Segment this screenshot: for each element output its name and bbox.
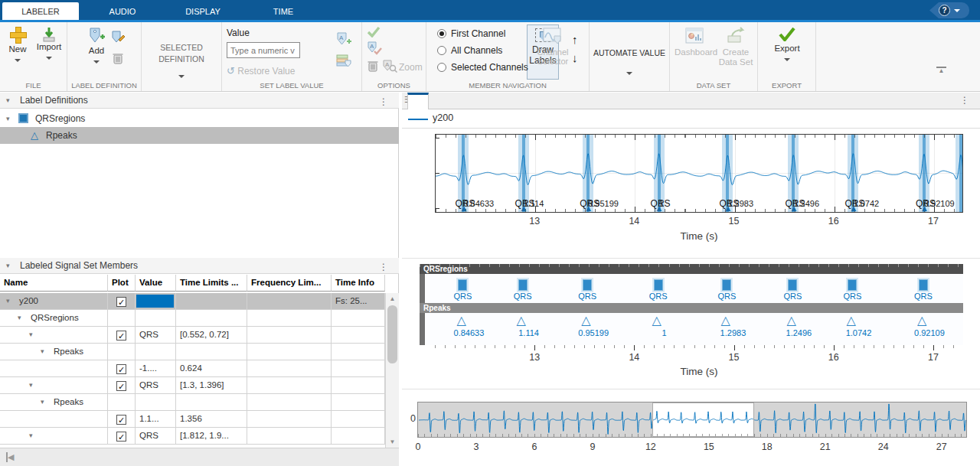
value-input[interactable] xyxy=(227,42,300,58)
plot-checkbox[interactable]: ✓ xyxy=(116,297,126,307)
members-menu-icon[interactable]: ⋮ xyxy=(379,259,388,275)
plot-checkbox[interactable]: ✓ xyxy=(116,432,126,442)
rpeak-point-icon[interactable]: △ xyxy=(652,313,662,328)
label-definitions-menu-icon[interactable]: ⋮ xyxy=(379,94,388,110)
row-expand-icon[interactable]: ▾ xyxy=(18,310,21,326)
add-definition-button[interactable]: Add xyxy=(81,27,112,66)
add-point-label-button[interactable]: A xyxy=(335,31,352,49)
row-expand-icon[interactable]: ▾ xyxy=(41,344,44,360)
row-expand-icon[interactable]: ▾ xyxy=(6,293,10,309)
rpeak-point-icon[interactable]: △ xyxy=(917,313,926,328)
radio-first-channel[interactable]: First Channel xyxy=(437,28,505,39)
tree-item-rpeaks[interactable]: △ Rpeaks xyxy=(0,127,399,144)
plot-checkbox[interactable]: ✓ xyxy=(116,364,126,374)
plot-checkbox[interactable]: ✓ xyxy=(116,415,126,425)
row-expand-icon[interactable]: ▾ xyxy=(41,394,44,410)
ribbon-tab-strip: LABELER AUDIO DISPLAY TIME ? xyxy=(0,0,980,22)
automate-value-dropdown[interactable]: AUTOMATE VALUE xyxy=(590,22,670,91)
table-row[interactable]: ▾Rpeaks xyxy=(0,344,385,360)
label-zoom-button[interactable]: A xyxy=(382,59,397,76)
scroll-up-icon[interactable]: ▲ xyxy=(386,295,399,302)
table-row[interactable]: ▾✓QRS[1.812, 1.9... xyxy=(0,428,385,445)
rpeak-point-icon[interactable]: △ xyxy=(456,313,466,328)
export-button[interactable]: Export xyxy=(769,26,805,64)
table-row[interactable]: ✓-1....0.624 xyxy=(0,360,385,377)
label-layers-button[interactable] xyxy=(335,53,352,70)
delete-labels-button[interactable] xyxy=(367,59,379,75)
label-check-button[interactable]: A xyxy=(367,41,382,57)
table-column-header[interactable]: Time Info xyxy=(332,275,385,292)
plot-checkbox[interactable]: ✓ xyxy=(116,381,126,391)
panorama-plot[interactable] xyxy=(417,402,967,438)
create-data-set-button[interactable]: CreateData Set xyxy=(717,27,754,67)
members-scrollbar[interactable]: ▲ ▼ xyxy=(385,293,399,448)
selected-definition-dropdown[interactable]: SELECTED DEFINITION xyxy=(142,22,222,91)
document-tab[interactable] xyxy=(407,93,429,109)
qrs-region-marker[interactable] xyxy=(654,279,663,291)
previous-member-button[interactable]: ↑ xyxy=(572,33,578,46)
radio-selected-channels[interactable]: Selected Channels xyxy=(437,62,528,73)
qrsregions-expand-icon[interactable]: ▾ xyxy=(6,110,10,127)
radio-all-channels[interactable]: All Channels xyxy=(437,45,502,56)
table-row[interactable]: ▾✓QRS[1.3, 1.396] xyxy=(0,377,385,394)
row-expand-icon[interactable]: ▾ xyxy=(29,428,33,444)
plot-pane-menu-icon[interactable]: ⋮ xyxy=(960,95,969,106)
table-column-header[interactable]: Name xyxy=(0,275,108,292)
channel-selector-button[interactable]: ChannelSelector xyxy=(534,27,572,66)
table-column-header[interactable]: Time Limits ... xyxy=(176,275,247,292)
rpeaks-track[interactable]: △0.84633△1.114△0.95199△1△1.2983△1.2496△1… xyxy=(425,313,963,345)
panorama-window[interactable] xyxy=(652,402,754,437)
row-expand-icon[interactable]: ▾ xyxy=(29,377,33,393)
restore-value-button[interactable]: ↺ Restore Value xyxy=(227,65,295,77)
table-column-header[interactable]: Value xyxy=(136,275,176,292)
table-row[interactable]: ✓1.1...1.356 xyxy=(0,411,385,428)
export-check-icon xyxy=(778,26,796,41)
table-row[interactable]: ▾✓QRS[0.552, 0.72] xyxy=(0,327,385,344)
accept-button[interactable] xyxy=(367,26,381,40)
rpeak-point-icon[interactable]: △ xyxy=(720,313,730,328)
label-definitions-collapse-icon[interactable]: ▾ xyxy=(6,93,10,109)
table-row[interactable]: ▾Rpeaks xyxy=(0,394,385,411)
major-tick xyxy=(734,345,735,350)
scrollbar-thumb[interactable] xyxy=(387,305,397,363)
qrs-region-marker[interactable] xyxy=(919,279,928,291)
collapse-panel-icon[interactable]: ◀ xyxy=(6,452,17,462)
qrs-region-marker[interactable] xyxy=(848,279,857,291)
row-expand-icon[interactable]: ▾ xyxy=(29,327,33,343)
edit-definition-button[interactable] xyxy=(110,30,126,46)
table-row[interactable]: ▾y200✓Fs: 25... xyxy=(0,293,385,310)
dashboard-button[interactable]: Dashboard xyxy=(675,27,714,57)
qrs-region-marker[interactable] xyxy=(458,279,467,291)
table-column-header[interactable]: Plot xyxy=(108,275,136,292)
help-button[interactable]: ? xyxy=(929,2,969,18)
qrs-region-marker[interactable] xyxy=(518,279,528,291)
row-name: y200 xyxy=(19,293,38,309)
scroll-down-icon[interactable]: ▼ xyxy=(386,438,399,445)
table-cell: Fs: 25... xyxy=(332,293,385,310)
qrs-region-track[interactable]: QRSQRSQRSQRSQRSQRSQRSQRS xyxy=(425,274,963,303)
table-cell: [0.552, 0.72] xyxy=(176,327,247,344)
tree-item-qrsregions[interactable]: ▾ QRSregions xyxy=(0,110,399,127)
new-button[interactable]: New xyxy=(3,27,32,64)
import-button[interactable]: Import xyxy=(34,27,64,62)
qrs-region-marker[interactable] xyxy=(788,279,797,291)
rpeak-point-icon[interactable]: △ xyxy=(581,313,590,328)
next-member-button[interactable]: ↓ xyxy=(572,51,578,64)
table-row[interactable]: ▾QRSregions xyxy=(0,310,385,327)
plot-checkbox[interactable]: ✓ xyxy=(116,331,126,341)
rpeaks-track-header[interactable]: Rpeaks xyxy=(420,303,963,313)
qrs-region-marker[interactable] xyxy=(722,279,731,291)
rpeak-point-icon[interactable]: △ xyxy=(517,313,526,328)
color-swatch[interactable] xyxy=(136,295,174,308)
table-column-header[interactable]: Frequency Lim... xyxy=(247,275,332,292)
members-table: NamePlotValueTime Limits ...Frequency Li… xyxy=(0,275,399,448)
collapse-ribbon-button[interactable]: ▲ xyxy=(936,67,946,74)
qrsregions-track-header[interactable]: QRSregions xyxy=(420,264,963,274)
document-tab-bar: ☰ ⋮ xyxy=(402,93,980,109)
rpeak-point-icon[interactable]: △ xyxy=(786,313,795,328)
main-signal-plot[interactable]: ▲▲▲▲▲▲▲▲ xyxy=(435,134,963,213)
rpeak-point-icon[interactable]: △ xyxy=(846,313,855,328)
members-collapse-icon[interactable]: ▾ xyxy=(6,258,10,274)
qrs-region-marker[interactable] xyxy=(583,279,592,291)
delete-definition-button[interactable] xyxy=(112,51,124,67)
